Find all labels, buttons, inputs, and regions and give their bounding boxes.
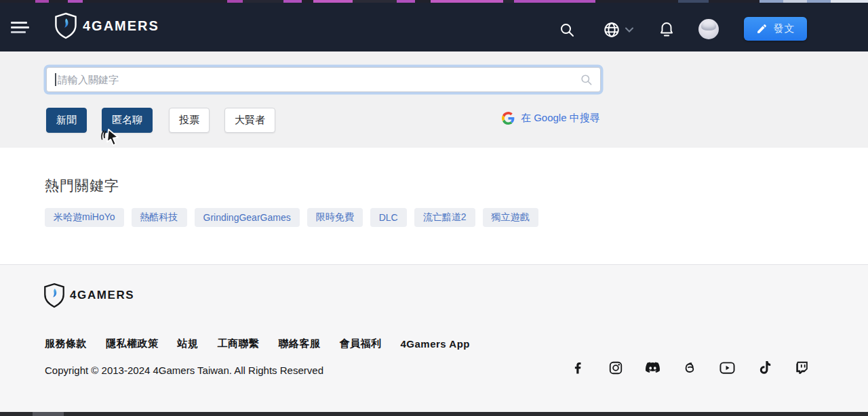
page: 4GAMERS	[0, 0, 868, 416]
section-title: 熱門關鍵字	[45, 176, 119, 195]
bell-icon	[658, 21, 675, 39]
google-search-link[interactable]: 在 Google 中搜尋	[502, 112, 600, 125]
search-panel: 新聞 匿名聊 投票 大賢者 在 Google 中搜尋	[0, 51, 868, 148]
keyword-tag[interactable]: 獨立遊戲	[483, 208, 538, 227]
copyright-text: Copyright © 2013-2024 4Gamers Taiwan. Al…	[45, 365, 323, 376]
hamburger-menu-button[interactable]	[11, 18, 31, 37]
navbar: 4GAMERS	[0, 3, 868, 51]
threads-icon[interactable]	[682, 360, 698, 375]
footer-link-member-benefits[interactable]: 會員福利	[340, 337, 382, 350]
tiktok-icon[interactable]	[757, 360, 772, 375]
avatar-hair	[701, 21, 716, 30]
keyword-tag[interactable]: 限時免費	[307, 208, 363, 227]
discord-icon[interactable]	[645, 360, 660, 375]
keyword-tag[interactable]: GrindingGearGames	[195, 208, 300, 227]
keyword-tag[interactable]: 流亡黯道2	[414, 208, 475, 227]
instagram-icon[interactable]	[608, 360, 623, 375]
footer-logo[interactable]: 4GAMERS	[43, 283, 134, 308]
footer-link-business[interactable]: 工商聯繫	[218, 337, 260, 350]
keyword-tag[interactable]: DLC	[370, 208, 407, 227]
scrollbar-notch[interactable]	[33, 412, 64, 416]
youtube-icon[interactable]	[719, 360, 735, 375]
google-search-label: 在 Google 中搜尋	[521, 112, 600, 125]
filter-anonymous-chat-button[interactable]: 匿名聊	[102, 108, 153, 133]
search-icon	[559, 22, 575, 38]
brand-text: 4GAMERS	[83, 18, 159, 33]
footer-links: 服務條款 隱私權政策 站規 工商聯繫 聯絡客服 會員福利 4Gamers App	[45, 337, 470, 350]
footer-link-terms[interactable]: 服務條款	[45, 337, 87, 350]
hamburger-icon	[11, 22, 27, 24]
keyword-tag[interactable]: 熱酷科技	[132, 208, 187, 227]
bottom-page-sliver	[0, 412, 868, 416]
footer-link-app[interactable]: 4Gamers App	[401, 337, 470, 350]
keyword-tags: 米哈遊miHoYo 熱酷科技 GrindingGearGames 限時免費 DL…	[45, 208, 538, 227]
text-caret	[55, 73, 56, 86]
search-filters: 新聞 匿名聊 投票 大賢者	[46, 108, 275, 133]
brand-logo[interactable]: 4GAMERS	[54, 12, 159, 39]
input-search-icon	[580, 73, 593, 86]
notifications-button[interactable]	[656, 19, 677, 41]
filter-poll-button[interactable]: 投票	[169, 108, 210, 133]
filter-news-button[interactable]: 新聞	[46, 108, 87, 133]
hot-keywords-section: 熱門關鍵字 米哈遊miHoYo 熱酷科技 GrindingGearGames 限…	[0, 148, 868, 264]
search-box	[46, 67, 601, 92]
footer-shield-flame-icon	[43, 283, 65, 308]
footer-link-privacy[interactable]: 隱私權政策	[106, 337, 159, 350]
post-button-label: 發文	[774, 22, 795, 35]
footer-link-support[interactable]: 聯絡客服	[279, 337, 321, 350]
language-selector-button[interactable]	[599, 19, 637, 41]
filter-sage-button[interactable]: 大賢者	[224, 108, 275, 133]
footer-link-site-rules[interactable]: 站規	[178, 337, 199, 350]
footer-brand-text: 4GAMERS	[70, 289, 134, 302]
post-button[interactable]: 發文	[744, 17, 807, 41]
navbar-search-button[interactable]	[556, 19, 578, 41]
user-avatar[interactable]	[698, 19, 719, 39]
keyword-tag[interactable]: 米哈遊miHoYo	[45, 208, 124, 227]
shield-flame-icon	[54, 12, 77, 39]
globe-icon	[603, 21, 620, 39]
chevron-down-icon	[625, 26, 634, 33]
google-icon	[502, 112, 515, 125]
pencil-icon	[756, 23, 768, 35]
twitch-icon[interactable]	[794, 360, 810, 375]
keyword-search-input[interactable]	[46, 67, 601, 92]
footer: 4GAMERS 服務條款 隱私權政策 站規 工商聯繫 聯絡客服 會員福利 4Ga…	[0, 264, 868, 412]
facebook-icon[interactable]	[570, 360, 586, 375]
social-links	[570, 360, 810, 375]
